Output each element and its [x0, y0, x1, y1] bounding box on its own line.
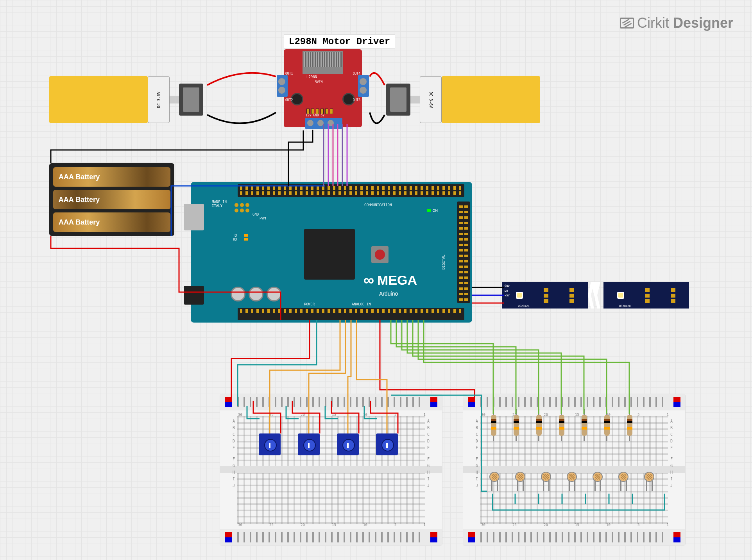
resistor[interactable] [582, 415, 587, 436]
photoresistor[interactable] [489, 472, 500, 482]
potentiometer-s[interactable] [259, 433, 281, 455]
l298n-terminal-right [358, 75, 369, 97]
photoresistor[interactable] [567, 472, 577, 482]
breadboard-left[interactable]: 302520151051 302520151051 ABCDEFGHIJ ABC… [220, 394, 442, 546]
l298n-terminal-left [277, 75, 288, 97]
header-right [457, 202, 470, 303]
circuit-canvas[interactable]: Cirkit Designer L298N Motor Driver S P I… [0, 0, 752, 560]
usb-port [184, 204, 204, 230]
icsp-header [235, 203, 249, 212]
header-top [238, 184, 464, 197]
battery-2: AAA Battery [53, 190, 170, 209]
bb-row-letters: ABCDEFGHIJ [233, 419, 235, 488]
potentiometer-p[interactable] [298, 433, 320, 455]
battery-holder[interactable]: AAA Battery AAA Battery AAA Battery [49, 163, 174, 236]
arduino-logo: ∞MEGA [363, 273, 417, 288]
led-strip[interactable]: GNDDO+5V WS2812B WS2812B [502, 282, 689, 309]
header-bottom [238, 308, 464, 320]
l298n-motor-driver[interactable]: L298N OUT1 OUT2 OUT3 OUT4 5VEN 12V GND 5… [276, 49, 370, 131]
l298n-terminal-power [305, 118, 342, 129]
bb-row-letters: ABCDEFGHIJ [427, 419, 430, 488]
logo-icon [620, 18, 634, 29]
resistor[interactable] [559, 415, 564, 436]
resistor[interactable] [514, 415, 519, 436]
arduino-mega[interactable]: ∞MEGA Arduino MADE IN ITALY PWM COMMUNIC… [191, 182, 472, 323]
bb-col-numbers: 302520151051 [481, 523, 669, 527]
photoresistor[interactable] [618, 472, 628, 482]
battery-1: AAA Battery [53, 167, 170, 187]
l298n-chip-label: L298N [306, 75, 317, 79]
power-jack [184, 286, 204, 305]
resistor[interactable] [604, 415, 610, 436]
resistor-array [491, 415, 632, 436]
photoresistor[interactable] [644, 472, 654, 482]
photoresistor-array [489, 472, 654, 482]
potentiometer-i[interactable] [337, 433, 359, 455]
bb-row-letters: ABCDEFGHIJ [670, 419, 673, 488]
resistor[interactable] [536, 415, 542, 436]
resistor[interactable] [491, 415, 496, 436]
strip-break-icon [588, 282, 603, 309]
dc-motor-right[interactable]: DC 3-6V [386, 76, 540, 123]
reset-button[interactable] [371, 246, 389, 263]
potentiometer-d[interactable] [376, 433, 398, 455]
led-chip [617, 292, 624, 299]
atmega-chip [304, 229, 355, 280]
cirkit-logo: Cirkit Designer [620, 15, 733, 31]
photoresistor[interactable] [593, 472, 603, 482]
bb-row-letters: ABCDEFGHIJ [476, 419, 478, 488]
battery-3: AAA Battery [53, 212, 170, 232]
label-motor-driver: L298N Motor Driver [284, 34, 395, 49]
power-led: ON [427, 209, 438, 212]
led-chip [516, 292, 523, 299]
photoresistor[interactable] [541, 472, 551, 482]
resistor[interactable] [627, 415, 632, 436]
logo-text: Cirkit Designer [637, 15, 733, 31]
dc-motor-left[interactable]: DC 3-6V [49, 76, 203, 123]
bb-col-numbers: 302520151051 [238, 413, 426, 417]
photoresistor[interactable] [515, 472, 525, 482]
bb-col-numbers: 302520151051 [238, 523, 426, 527]
